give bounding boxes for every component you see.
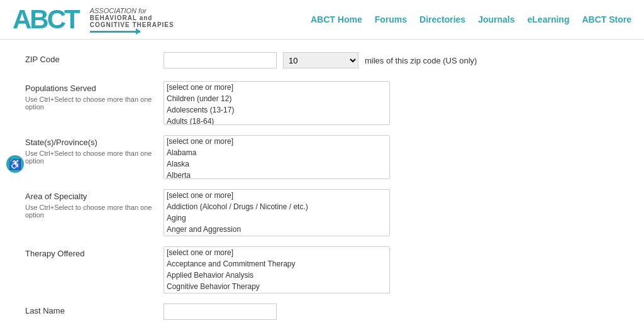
- zip-code-controls: 10 25 50 100 miles of this zip code (US …: [164, 52, 619, 71]
- zip-code-label: ZIP Code: [25, 52, 164, 64]
- logo-area: ABCT ASSOCIATION for BEHAVIORAL and COGN…: [13, 6, 311, 33]
- therapy-offered-row: Therapy Offered [select one or more] Acc…: [25, 246, 619, 293]
- area-of-specialty-row: Area of Specialty Use Ctrl+Select to cho…: [25, 189, 619, 236]
- nav-directories[interactable]: Directories: [419, 14, 465, 25]
- specialty-listbox-wrapper: [select one or more] Addiction (Alcohol …: [164, 189, 619, 236]
- zip-code-row: ZIP Code 10 25 50 100 miles of this zip …: [25, 52, 619, 71]
- populations-listbox-wrapper: [select one or more] Children (under 12)…: [164, 81, 619, 125]
- states-provinces-listbox[interactable]: [select one or more] Alabama Alaska Albe…: [164, 135, 390, 179]
- area-of-specialty-label: Area of Specialty Use Ctrl+Select to cho…: [25, 189, 164, 219]
- distance-label: miles of this zip code (US only): [365, 56, 477, 65]
- last-name-row: Last Name: [25, 303, 619, 320]
- states-provinces-label: State(s)/Province(s) Use Ctrl+Select to …: [25, 135, 164, 165]
- nav-abct-home[interactable]: ABCT Home: [311, 14, 362, 25]
- populations-served-controls: [select one or more] Children (under 12)…: [164, 81, 619, 125]
- distance-select[interactable]: 10 25 50 100: [283, 52, 358, 68]
- therapy-offered-listbox[interactable]: [select one or more] Acceptance and Comm…: [164, 246, 390, 293]
- header: ABCT ASSOCIATION for BEHAVIORAL and COGN…: [0, 0, 644, 40]
- org-line2: BEHAVIORAL and: [90, 14, 174, 21]
- states-provinces-row: State(s)/Province(s) Use Ctrl+Select to …: [25, 135, 619, 179]
- therapy-listbox-wrapper: [select one or more] Acceptance and Comm…: [164, 246, 619, 293]
- nav-elearning[interactable]: eLearning: [528, 14, 570, 25]
- populations-served-label: Populations Served Use Ctrl+Select to ch…: [25, 81, 164, 111]
- last-name-input[interactable]: [164, 303, 277, 320]
- org-line1: ASSOCIATION for: [90, 7, 174, 14]
- area-of-specialty-controls: [select one or more] Addiction (Alcohol …: [164, 189, 619, 236]
- states-provinces-controls: [select one or more] Alabama Alaska Albe…: [164, 135, 619, 179]
- states-listbox-wrapper: [select one or more] Alabama Alaska Albe…: [164, 135, 619, 179]
- accessibility-symbol: ♿: [9, 158, 21, 170]
- last-name-label: Last Name: [25, 303, 164, 315]
- logo-org-text: ASSOCIATION for BEHAVIORAL and COGNITIVE…: [90, 7, 174, 33]
- populations-served-listbox[interactable]: [select one or more] Children (under 12)…: [164, 81, 390, 125]
- logo-arrow: [90, 31, 140, 33]
- main-content: ZIP Code 10 25 50 100 miles of this zip …: [0, 40, 644, 328]
- last-name-controls: [164, 303, 619, 320]
- zip-row-inner: 10 25 50 100 miles of this zip code (US …: [164, 52, 619, 68]
- nav-forums[interactable]: Forums: [375, 14, 407, 25]
- main-nav: ABCT Home Forums Directories Journals eL…: [311, 14, 631, 25]
- therapy-offered-controls: [select one or more] Acceptance and Comm…: [164, 246, 619, 293]
- populations-served-row: Populations Served Use Ctrl+Select to ch…: [25, 81, 619, 125]
- nav-journals[interactable]: Journals: [478, 14, 514, 25]
- logo-letters: ABCT: [13, 6, 79, 33]
- accessibility-icon[interactable]: ♿: [6, 155, 24, 173]
- nav-abct-store[interactable]: ABCT Store: [582, 14, 631, 25]
- zip-code-input[interactable]: [164, 52, 277, 68]
- logo-text: ABCT: [13, 6, 79, 33]
- therapy-offered-label: Therapy Offered: [25, 246, 164, 258]
- org-line3: COGNITIVE THERAPIES: [90, 21, 174, 28]
- area-of-specialty-listbox[interactable]: [select one or more] Addiction (Alcohol …: [164, 189, 390, 236]
